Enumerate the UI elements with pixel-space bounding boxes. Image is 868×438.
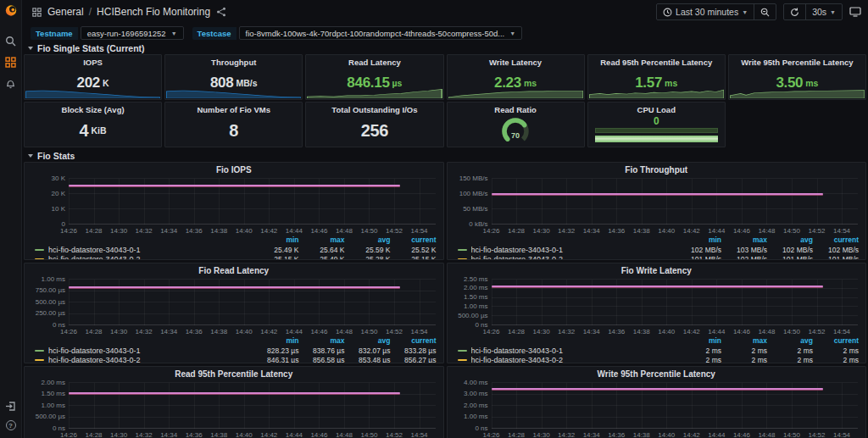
legend-column-avg[interactable]: avg [767,236,813,245]
refresh-button[interactable] [784,4,805,19]
legend-value-min: 846.31 µs [253,356,299,364]
stat-number: 846.15 [347,75,389,91]
x-tick-label: 14:28 [508,431,525,438]
series-name[interactable]: hci-fio-datastore-34043-0-1 [471,347,676,355]
legend-column-avg[interactable]: avg [767,336,813,346]
series-color-swatch [458,350,467,352]
panel-title[interactable]: Read Latency [306,55,442,67]
x-tick-label: 14:48 [336,431,353,438]
series-color-swatch [35,350,44,352]
panel-title[interactable]: Fio Write Latency [448,263,866,276]
stat-value: 202K [25,67,161,99]
v-gridline [219,383,220,429]
time-range-picker[interactable]: Last 30 minutes ▼ [657,4,754,19]
help-icon[interactable]: ? [5,419,17,431]
legend-column-min[interactable]: min [676,336,721,346]
legend-column-current[interactable]: current [391,236,437,245]
x-tick-label: 14:44 [708,431,725,438]
y-tick-label: 500.00 µs [458,312,487,319]
legend-column-current[interactable]: current [813,236,859,245]
panel-title[interactable]: Fio Read Latency [25,263,443,276]
legend-column-max[interactable]: max [721,336,767,346]
series-name[interactable]: hci-fio-datastore-34043-0-2 [48,255,253,261]
legend-column-min[interactable]: min [253,336,299,346]
breadcrumb-dashboard-title[interactable]: HCIBench Fio Monitoring [97,6,210,18]
zoom-out-button[interactable] [754,4,776,19]
share-icon[interactable] [215,6,227,18]
sign-in-icon[interactable] [5,400,17,412]
series-line [69,185,400,186]
x-tick-label: 14:38 [633,227,650,235]
h-gridline [492,279,859,280]
refresh-group: 30s ▼ [783,3,843,20]
legend-column-max[interactable]: max [299,336,345,346]
x-tick-label: 14:46 [310,431,327,438]
panel-title[interactable]: Write Latency [448,55,584,67]
panel-title[interactable]: Read 95th Percentile Latency [588,55,725,67]
legend-column-min[interactable]: min [253,236,299,245]
panel-title[interactable]: Write 95th Percentile Latency [448,367,866,380]
legend-column-min[interactable]: min [676,236,721,245]
x-tick-label: 14:54 [411,227,428,235]
row-header-fio-stats[interactable]: Fio Stats [24,149,866,162]
legend-column-avg[interactable]: avg [345,236,391,245]
legend-column-max[interactable]: max [299,236,345,245]
panel-title[interactable]: Write 95th Percentile Latency [729,55,865,67]
panel-title[interactable]: CPU Load [588,103,725,114]
x-tick-label: 14:32 [558,431,575,438]
stat-value: 3.50ms [729,67,865,99]
panel-title[interactable]: Fio IOPS [25,163,443,175]
h-gridline [69,224,436,225]
testname-dropdown[interactable]: easy-run-1696591252 ▼ [81,26,184,40]
cycle-view-monitor-icon[interactable] [849,6,861,18]
x-tick-label: 14:38 [210,431,227,438]
panel-title[interactable]: IOPS [25,55,161,67]
alerting-bell-icon[interactable] [5,77,17,89]
time-range-label: Last 30 minutes [676,7,738,17]
grafana-logo-icon[interactable] [5,4,17,16]
breadcrumb-folder[interactable]: General [47,6,84,18]
x-tick-label: 14:50 [360,328,377,335]
legend-value-max: 25.49 K [299,255,345,261]
panel-title[interactable]: Number of Fio VMs [165,103,302,114]
series-name[interactable]: hci-fio-datastore-34043-0-2 [471,255,676,261]
panel-title[interactable]: Read Ratio [448,103,584,114]
legend: minmaxavgcurrenthci-fio-datastore-34043-… [458,336,860,363]
row-header-single-stats[interactable]: Fio Single Stats (Current) [24,42,866,54]
dashboards-icon[interactable] [5,56,17,68]
v-gridline [542,383,542,429]
zoom-out-icon [760,8,770,17]
legend-column-max[interactable]: max [721,236,767,245]
panel-title[interactable]: Read 95th Percentile Latency [25,367,443,380]
legend-column-current[interactable]: current [813,336,859,346]
search-icon[interactable] [5,35,17,47]
x-axis-labels: 14:2614:2814:3014:3214:3414:3614:3814:40… [492,430,859,438]
x-tick-label: 14:34 [583,227,600,235]
x-tick-label: 14:38 [633,431,650,438]
panel-title[interactable]: Fio Throughput [448,163,866,175]
x-tick-label: 14:36 [608,328,625,335]
stat-panel-read-latency: Read Latency846.15µs [305,54,443,100]
x-tick-label: 14:50 [783,227,800,235]
panel-title[interactable]: Total Outstanding I/Os [306,103,442,114]
y-tick-label: 10 K [52,205,65,213]
series-name[interactable]: hci-fio-datastore-34043-0-2 [471,356,676,364]
series-name[interactable]: hci-fio-datastore-34043-0-2 [48,356,253,364]
refresh-interval-picker[interactable]: 30s ▼ [805,4,842,19]
time-range-group: Last 30 minutes ▼ [656,3,776,20]
series-name[interactable]: hci-fio-datastore-34043-0-1 [48,246,253,254]
v-gridline [666,179,667,225]
panel-title[interactable]: Throughput [165,55,302,67]
legend-column-current[interactable]: current [391,336,437,346]
legend-row: hci-fio-datastore-34043-0-22 ms2 ms2 ms2… [458,355,860,363]
h-gridline [492,306,859,307]
chart-panel-fio-iops: Fio IOPS010 K20 K30 K14:2614:2814:3014:3… [24,162,444,260]
h-gridline [492,224,859,225]
series-name[interactable]: hci-fio-datastore-34043-0-1 [471,246,676,254]
testcase-dropdown[interactable]: fio-8vmdk-100ws-4k-70rdpct-100randompct-… [239,26,523,40]
h-gridline [69,208,436,209]
panel-title[interactable]: Block Size (Avg) [25,103,161,114]
series-name[interactable]: hci-fio-datastore-34043-0-1 [48,347,253,355]
h-gridline [492,297,859,298]
legend-column-avg[interactable]: avg [345,336,391,346]
